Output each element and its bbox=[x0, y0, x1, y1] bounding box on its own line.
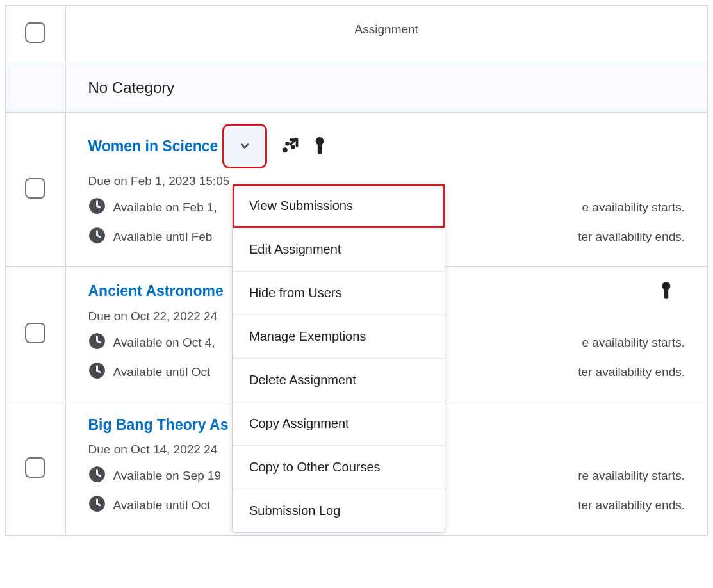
award-icon[interactable] bbox=[660, 281, 672, 300]
menu-copy-to-other-courses[interactable]: Copy to Other Courses bbox=[233, 446, 445, 489]
availability-end-text-right: ter availability ends. bbox=[578, 498, 685, 512]
assignment-link[interactable]: Big Bang Theory As bbox=[88, 416, 229, 434]
svg-point-0 bbox=[283, 147, 288, 152]
clock-icon bbox=[88, 332, 106, 353]
assignment-link[interactable]: Ancient Astronome bbox=[88, 282, 224, 300]
availability-end-text-right: ter availability ends. bbox=[578, 365, 685, 379]
header-check-cell bbox=[6, 6, 65, 63]
chevron-down-icon bbox=[238, 140, 251, 152]
header-assignment: Assignment bbox=[65, 6, 707, 63]
availability-end-text-right: ter availability ends. bbox=[578, 230, 685, 244]
row-checkbox[interactable] bbox=[25, 457, 45, 478]
actions-menu-button[interactable] bbox=[225, 127, 264, 165]
availability-start-text-right: e availability starts. bbox=[582, 200, 685, 215]
actions-context-menu: View Submissions Edit Assignment Hide fr… bbox=[232, 184, 445, 533]
svg-point-1 bbox=[286, 142, 290, 146]
availability-start-text-right: e availability starts. bbox=[582, 336, 685, 350]
select-all-checkbox[interactable] bbox=[25, 22, 45, 43]
availability-start-text-left: Available on Sep 19 bbox=[113, 469, 222, 483]
svg-rect-4 bbox=[318, 144, 322, 154]
assignments-table-wrapper: Assignment No Category Women in Science bbox=[5, 5, 708, 536]
menu-delete-assignment[interactable]: Delete Assignment bbox=[233, 359, 445, 402]
clock-icon bbox=[88, 227, 106, 247]
row-checkbox[interactable] bbox=[25, 178, 45, 199]
menu-copy-assignment[interactable]: Copy Assignment bbox=[233, 402, 445, 446]
availability-start-text-left: Available on Oct 4, bbox=[113, 336, 215, 350]
svg-point-2 bbox=[291, 145, 295, 149]
assignment-link[interactable]: Women in Science bbox=[88, 138, 218, 155]
row-checkbox[interactable] bbox=[25, 323, 45, 343]
menu-manage-exemptions[interactable]: Manage Exemptions bbox=[233, 315, 445, 359]
clock-icon bbox=[88, 466, 106, 486]
availability-start-text-right: re availability starts. bbox=[578, 469, 685, 483]
availability-end-text-left: Available until Feb bbox=[113, 230, 213, 244]
award-icon[interactable] bbox=[314, 136, 325, 156]
category-label: No Category bbox=[65, 63, 707, 113]
availability-start-text-left: Available on Feb 1, bbox=[113, 200, 217, 215]
clock-icon bbox=[88, 197, 106, 218]
availability-end-text-left: Available until Oct bbox=[113, 498, 211, 512]
menu-hide-from-users[interactable]: Hide from Users bbox=[233, 272, 445, 315]
menu-submission-log[interactable]: Submission Log bbox=[233, 489, 445, 532]
menu-edit-assignment[interactable]: Edit Assignment bbox=[233, 228, 445, 272]
availability-end-text-left: Available until Oct bbox=[113, 365, 211, 379]
menu-view-submissions[interactable]: View Submissions bbox=[233, 184, 445, 228]
clock-icon bbox=[88, 362, 106, 382]
learning-objectives-icon[interactable] bbox=[279, 136, 299, 156]
clock-icon bbox=[88, 495, 106, 516]
category-row: No Category bbox=[6, 63, 707, 113]
svg-rect-8 bbox=[664, 289, 668, 299]
